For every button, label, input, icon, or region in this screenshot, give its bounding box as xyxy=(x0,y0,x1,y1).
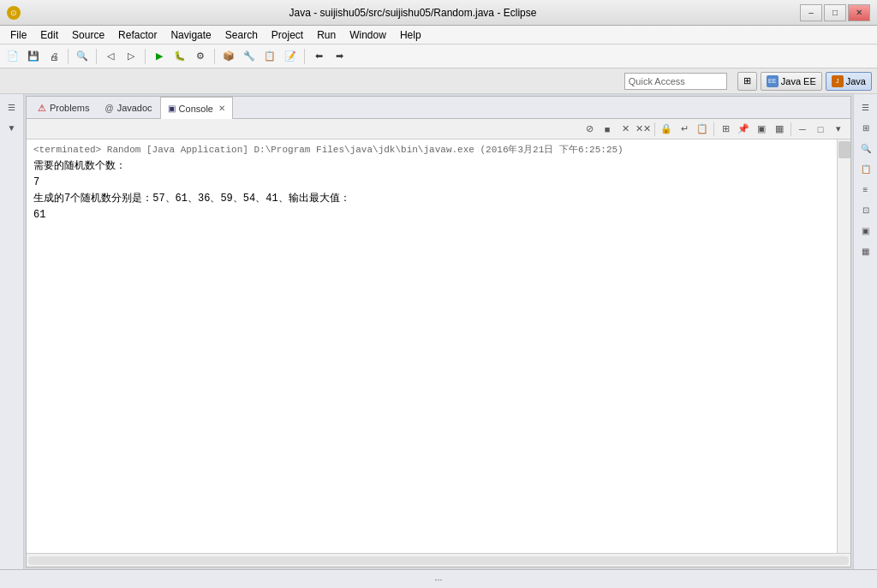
open-console-button[interactable]: ⊞ xyxy=(717,121,734,138)
minimize-button[interactable]: – xyxy=(800,4,822,21)
console-toolbar: ⊘ ■ ✕ ✕✕ 🔒 ↵ 📋 ⊞ 📌 ▣ ▦ ─ □ ▾ xyxy=(27,119,850,140)
debug-button[interactable]: 🐛 xyxy=(170,47,189,66)
toolbar-sep-5 xyxy=(304,49,305,64)
terminated-line: <terminated> Random [Java Application] D… xyxy=(33,143,830,158)
console-panel: ⚠ Problems @ Javadoc ▣ Console ✕ ⊘ ■ ✕ ✕… xyxy=(26,96,851,567)
close-button[interactable]: ✕ xyxy=(848,4,870,21)
titlebar: ⊙ Java - suijishu05/src/suijishu05/Rando… xyxy=(0,0,877,26)
tb-extra-5[interactable]: ⬅ xyxy=(309,47,328,66)
output-line-1: 需要的随机数个数： xyxy=(33,158,830,175)
right-gutter-btn-7[interactable]: ▣ xyxy=(856,221,875,240)
console-tabbar: ⚠ Problems @ Javadoc ▣ Console ✕ xyxy=(27,97,850,119)
quick-access-input[interactable]: Quick Access xyxy=(624,73,727,90)
word-wrap-button[interactable]: ↵ xyxy=(676,121,693,138)
right-gutter: ☰ ⊞ 🔍 📋 ≡ ⊡ ▣ ▦ xyxy=(853,94,877,569)
ctb-sep-1 xyxy=(654,122,655,136)
right-gutter-btn-5[interactable]: ≡ xyxy=(856,180,875,199)
menu-file[interactable]: File xyxy=(3,27,33,43)
run-button[interactable]: ▶ xyxy=(150,47,169,66)
ctb-extra-1[interactable]: ▣ xyxy=(753,121,770,138)
prev-button[interactable]: ◁ xyxy=(101,47,120,66)
toolbar-sep-3 xyxy=(145,49,146,64)
pin-console-button[interactable]: 📌 xyxy=(735,121,752,138)
menu-navigate[interactable]: Navigate xyxy=(164,27,218,43)
output-line-2: 7 xyxy=(33,175,830,191)
right-gutter-btn-3[interactable]: 🔍 xyxy=(856,139,875,157)
gutter-btn-1[interactable]: ☰ xyxy=(3,98,21,116)
hscrollbar-track xyxy=(28,556,849,565)
gutter-btn-2[interactable]: ▼ xyxy=(3,118,21,137)
ctb-sep-2 xyxy=(713,122,714,136)
tab-javadoc[interactable]: @ Javadoc xyxy=(97,97,159,118)
search-button[interactable]: 🔍 xyxy=(73,47,92,66)
remove-all-launches-button[interactable]: ✕✕ xyxy=(635,121,652,138)
profile-button[interactable]: ⚙ xyxy=(191,47,210,66)
terminate-button[interactable]: ■ xyxy=(599,121,616,138)
java-ee-label: Java EE xyxy=(781,76,816,86)
statusbar-dots: ··· xyxy=(434,574,442,585)
java-label: Java xyxy=(846,76,866,86)
tab-problems[interactable]: ⚠ Problems xyxy=(30,97,97,118)
open-perspective-button[interactable]: ⊞ xyxy=(737,72,757,91)
tb-extra-1[interactable]: 📦 xyxy=(219,47,238,66)
tab-problems-label: Problems xyxy=(50,103,89,113)
output-line-3: 生成的7个随机数分别是：57、61、36、59、54、41、输出最大值： xyxy=(33,191,830,207)
console-output: <terminated> Random [Java Application] D… xyxy=(27,140,837,553)
right-gutter-btn-4[interactable]: 📋 xyxy=(856,159,875,178)
tb-extra-4[interactable]: 📝 xyxy=(281,47,300,66)
menu-search[interactable]: Search xyxy=(218,27,265,43)
right-gutter-btn-2[interactable]: ⊞ xyxy=(856,118,875,137)
console-tab-close[interactable]: ✕ xyxy=(218,104,225,113)
tb-extra-6[interactable]: ➡ xyxy=(330,47,349,66)
tb-extra-2[interactable]: 🔧 xyxy=(240,47,259,66)
menu-refactor[interactable]: Refactor xyxy=(111,27,164,43)
horizontal-scrollbar[interactable] xyxy=(27,553,850,567)
right-gutter-btn-6[interactable]: ⊡ xyxy=(856,200,875,219)
new-button[interactable]: 📄 xyxy=(3,47,22,66)
print-button[interactable]: 🖨 xyxy=(45,47,63,66)
menu-window[interactable]: Window xyxy=(343,27,393,43)
right-gutter-btn-8[interactable]: ▦ xyxy=(856,241,875,260)
menu-edit[interactable]: Edit xyxy=(33,27,65,43)
right-gutter-btn-1[interactable]: ☰ xyxy=(856,98,875,116)
perspective-bar: Quick Access ⊞ EE Java EE J Java xyxy=(0,68,877,94)
show-console-button[interactable]: 📋 xyxy=(694,121,711,138)
app-icon: ⊙ xyxy=(7,6,21,20)
statusbar: ··· xyxy=(0,569,877,588)
toolbar-sep-4 xyxy=(214,49,215,64)
ctb-extra-2[interactable]: ▦ xyxy=(771,121,788,138)
view-menu-button[interactable]: ▾ xyxy=(830,121,847,138)
console-icon: ▣ xyxy=(168,104,176,113)
tab-javadoc-label: Javadoc xyxy=(117,103,152,113)
save-button[interactable]: 💾 xyxy=(24,47,43,66)
menu-help[interactable]: Help xyxy=(393,27,428,43)
minimize-view-button[interactable]: ─ xyxy=(794,121,811,138)
javadoc-icon: @ xyxy=(104,104,113,113)
open-perspective-icon: ⊞ xyxy=(743,75,751,86)
eclipse-logo: ⊙ xyxy=(7,6,21,20)
ctb-sep-3 xyxy=(790,122,791,136)
scrollbar-thumb[interactable] xyxy=(838,141,850,158)
menubar: File Edit Source Refactor Navigate Searc… xyxy=(0,26,877,45)
toolbar-sep-1 xyxy=(68,49,69,64)
maximize-view-button[interactable]: □ xyxy=(812,121,829,138)
clear-console-button[interactable]: ⊘ xyxy=(581,121,598,138)
menu-project[interactable]: Project xyxy=(265,27,310,43)
menu-run[interactable]: Run xyxy=(310,27,343,43)
remove-launch-button[interactable]: ✕ xyxy=(617,121,634,138)
java-icon: J xyxy=(832,75,844,87)
output-line-4: 61 xyxy=(33,207,830,223)
java-perspective[interactable]: J Java xyxy=(826,72,872,91)
tb-extra-3[interactable]: 📋 xyxy=(260,47,279,66)
java-ee-perspective[interactable]: EE Java EE xyxy=(761,72,822,91)
window-controls: – □ ✕ xyxy=(800,4,870,21)
tab-console[interactable]: ▣ Console ✕ xyxy=(160,97,233,119)
main-area: ☰ ▼ ⚠ Problems @ Javadoc ▣ Console ✕ ⊘ ■… xyxy=(0,94,877,569)
toolbar-sep-2 xyxy=(96,49,97,64)
next-button[interactable]: ▷ xyxy=(122,47,140,66)
vertical-scrollbar[interactable] xyxy=(837,140,850,553)
menu-source[interactable]: Source xyxy=(65,27,111,43)
scroll-lock-button[interactable]: 🔒 xyxy=(658,121,675,138)
window-title: Java - suijishu05/src/suijishu05/Random.… xyxy=(26,7,800,19)
maximize-button[interactable]: □ xyxy=(824,4,846,21)
